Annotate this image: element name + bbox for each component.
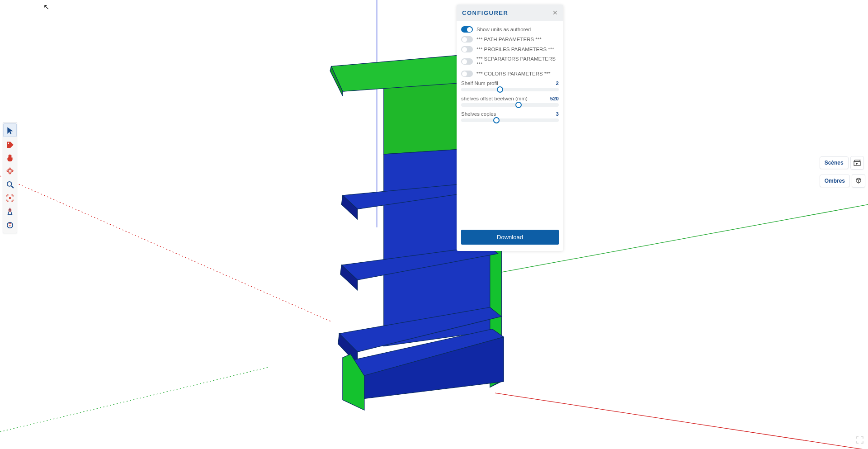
pan-tool[interactable] (3, 151, 17, 164)
configurer-panel: CONFIGURER ✕ Show units as authored*** P… (457, 5, 563, 251)
fullscreen-icon[interactable] (856, 436, 863, 444)
toggle-4[interactable] (461, 71, 473, 77)
viewport-3d[interactable] (0, 0, 868, 449)
select-tool[interactable] (3, 123, 17, 137)
cube-shadow-icon (855, 177, 862, 184)
panel-header[interactable]: CONFIGURER ✕ (457, 5, 563, 21)
toggle-2[interactable] (461, 46, 473, 52)
walk-tool[interactable] (3, 218, 17, 232)
svg-point-26 (9, 209, 11, 211)
look-around-tool[interactable] (3, 205, 17, 218)
slider-label-2: Shelves copies (461, 111, 496, 117)
hand-icon (6, 153, 14, 161)
slider-block-1: shelves offset beetwen (mm)520 (461, 96, 559, 107)
right-controls: Scènes Ombres (820, 156, 865, 188)
look-icon (6, 208, 14, 216)
walk-icon (6, 221, 14, 229)
toggle-3[interactable] (461, 58, 473, 65)
svg-point-20 (8, 142, 9, 144)
slider-2[interactable] (461, 118, 559, 122)
left-toolbar (3, 122, 17, 233)
svg-line-3 (495, 393, 868, 449)
toggle-row-0: Show units as authored (461, 26, 559, 33)
clapper-icon (854, 159, 861, 166)
tag-tool[interactable] (3, 137, 17, 151)
zoom-icon (6, 180, 14, 189)
pointer-icon (6, 126, 14, 134)
toggle-row-3: *** SEPARATORS PARAMETERS *** (461, 56, 559, 67)
toggle-label-4: *** COLORS PARAMETERS *** (476, 71, 559, 76)
slider-label-0: Shelf Num profil (461, 80, 498, 86)
svg-line-4 (0, 176, 331, 321)
toggle-row-1: *** PATH PARAMETERS *** (461, 36, 559, 43)
orbit-icon (6, 167, 14, 175)
panel-title: CONFIGURER (462, 9, 508, 16)
slider-value-1: 520 (550, 96, 559, 101)
zoom-tool[interactable] (3, 178, 17, 191)
toggle-row-2: *** PROFILES PARAMETERS *** (461, 46, 559, 52)
toggle-row-4: *** COLORS PARAMETERS *** (461, 71, 559, 77)
tag-icon (6, 140, 14, 148)
slider-0[interactable] (461, 88, 559, 91)
extents-icon (6, 194, 14, 202)
zoom-extents-tool[interactable] (3, 191, 17, 205)
svg-point-28 (9, 225, 11, 227)
close-icon[interactable]: ✕ (552, 9, 558, 16)
svg-line-2 (0, 367, 269, 432)
shadows-icon-button[interactable] (852, 174, 865, 188)
slider-block-2: Shelves copies3 (461, 111, 559, 122)
svg-point-25 (9, 197, 11, 199)
toggle-1[interactable] (461, 36, 473, 43)
scenes-button[interactable]: Scènes (820, 156, 849, 169)
svg-point-23 (7, 182, 12, 186)
slider-value-0: 2 (556, 80, 559, 86)
svg-line-24 (11, 186, 14, 188)
slider-value-2: 3 (556, 111, 559, 117)
toggle-label-2: *** PROFILES PARAMETERS *** (476, 47, 559, 52)
download-button[interactable]: Download (461, 230, 559, 245)
toggle-0[interactable] (461, 26, 473, 33)
slider-block-0: Shelf Num profil2 (461, 80, 559, 91)
svg-point-21 (7, 170, 13, 172)
toggle-label-3: *** SEPARATORS PARAMETERS *** (476, 56, 559, 67)
slider-1[interactable] (461, 103, 559, 107)
shadows-button[interactable]: Ombres (820, 175, 850, 187)
toggle-label-1: *** PATH PARAMETERS *** (476, 37, 559, 42)
toggle-label-0: Show units as authored (476, 27, 559, 32)
scenes-icon-button[interactable] (850, 156, 864, 170)
orbit-tool[interactable] (3, 164, 17, 178)
svg-point-22 (9, 168, 11, 174)
slider-label-1: shelves offset beetwen (mm) (461, 96, 528, 101)
